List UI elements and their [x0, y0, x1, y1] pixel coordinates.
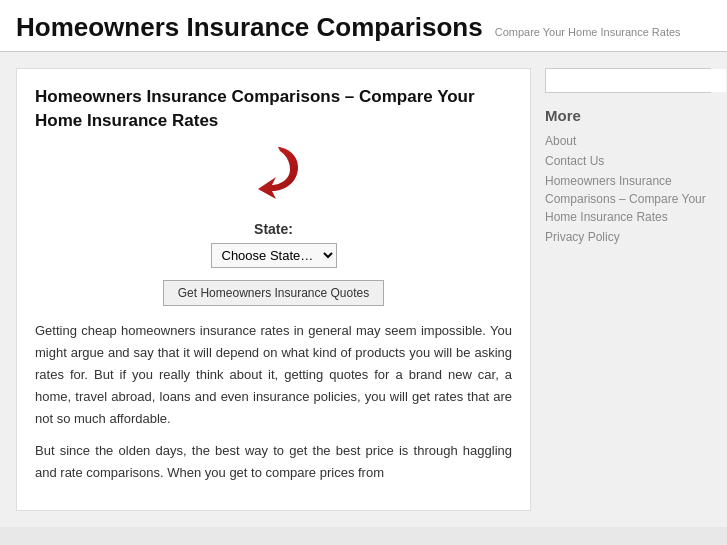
site-title: Homeowners Insurance Comparisons: [16, 12, 483, 43]
arrow-icon: [248, 147, 300, 205]
sidebar-nav-link-2[interactable]: Homeowners Insurance Comparisons – Compa…: [545, 174, 706, 224]
sidebar: More AboutContact UsHomeowners Insurance…: [531, 68, 711, 511]
sidebar-nav: AboutContact UsHomeowners Insurance Comp…: [545, 132, 711, 246]
sidebar-more-title: More: [545, 107, 711, 124]
sidebar-nav-item: Privacy Policy: [545, 228, 711, 246]
sidebar-nav-item: Homeowners Insurance Comparisons – Compa…: [545, 172, 711, 226]
arrow-image: [35, 147, 512, 209]
sidebar-nav-item: Contact Us: [545, 152, 711, 170]
article-body: Getting cheap homeowners insurance rates…: [35, 320, 512, 485]
state-label: State:: [35, 221, 512, 237]
sidebar-nav-item: About: [545, 132, 711, 150]
state-section: State: Choose State…: [35, 221, 512, 268]
sidebar-nav-link-3[interactable]: Privacy Policy: [545, 230, 620, 244]
state-select[interactable]: Choose State…: [211, 243, 337, 268]
sidebar-nav-link-0[interactable]: About: [545, 134, 576, 148]
article-title: Homeowners Insurance Comparisons – Compa…: [35, 85, 512, 133]
site-subtitle: Compare Your Home Insurance Rates: [495, 26, 681, 38]
article-paragraph-2: But since the olden days, the best way t…: [35, 440, 512, 484]
article-paragraph-1: Getting cheap homeowners insurance rates…: [35, 320, 512, 430]
sidebar-nav-link-1[interactable]: Contact Us: [545, 154, 604, 168]
search-container: [545, 68, 711, 93]
quotes-button[interactable]: Get Homeowners Insurance Quotes: [163, 280, 384, 306]
search-input[interactable]: [546, 69, 726, 92]
